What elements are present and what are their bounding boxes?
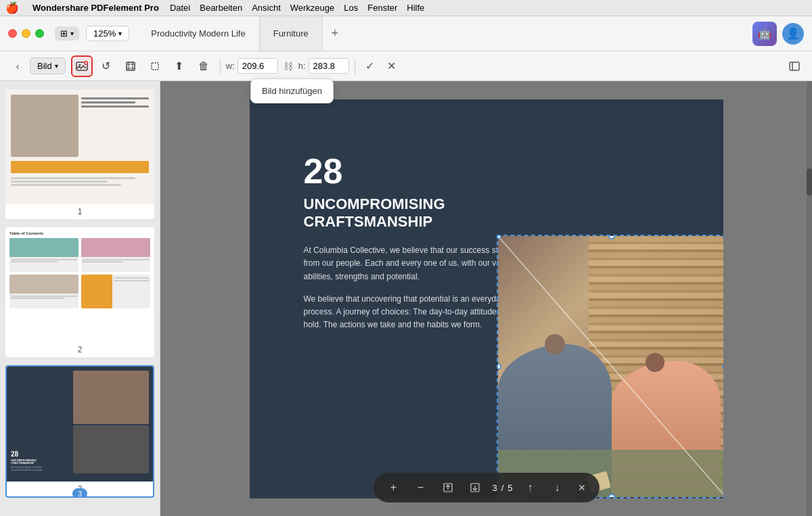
check-icon: ✓: [365, 60, 374, 72]
trash-icon: 🗑: [198, 60, 209, 72]
share-button[interactable]: ⬆: [168, 55, 190, 77]
separator: [220, 58, 221, 74]
page-content: 28 UNCOMPROMISING CRAFTSMANSHIP At Colum…: [304, 154, 520, 444]
tab-productivity[interactable]: Productivity Modern Life: [137, 16, 259, 51]
tabs: Productivity Modern Life Furniture +: [137, 16, 752, 51]
crop-button[interactable]: [144, 55, 166, 77]
scrollbar[interactable]: [807, 81, 812, 516]
page-badge: 3: [72, 488, 87, 498]
zoom-control[interactable]: 125% ▾: [86, 26, 129, 41]
handle-bottom-middle[interactable]: [608, 494, 615, 498]
maximize-button[interactable]: [35, 29, 44, 38]
cancel-button[interactable]: ✕: [382, 57, 401, 76]
page-heading: UNCOMPROMISING CRAFTSMANSHIP: [304, 195, 520, 231]
page-large-number: 28: [304, 154, 520, 189]
ai-button[interactable]: 🤖: [752, 22, 777, 46]
page-thumb-2[interactable]: Table of Contents: [5, 227, 154, 357]
page-number-2: 2: [5, 342, 154, 357]
mode-label: Bild: [37, 61, 52, 71]
menu-fenster[interactable]: Fenster: [367, 3, 397, 13]
confirm-button[interactable]: ✓: [361, 57, 380, 76]
zoom-out-button[interactable]: −: [411, 478, 430, 497]
width-input-group: w:: [226, 58, 278, 74]
handle-top-left[interactable]: [497, 235, 501, 239]
user-avatar[interactable]: 👤: [782, 23, 804, 45]
apple-menu[interactable]: 🍎: [5, 1, 19, 14]
menu-bearbeiten[interactable]: Bearbeiten: [200, 3, 242, 13]
width-input[interactable]: [238, 58, 278, 74]
svg-rect-5: [127, 62, 135, 70]
link-dimensions-icon[interactable]: ⛓: [281, 61, 296, 72]
delete-button[interactable]: 🗑: [193, 55, 215, 77]
fit-down-button[interactable]: [465, 478, 484, 497]
minimize-button[interactable]: [22, 29, 30, 38]
mode-dropdown[interactable]: Bild ▾: [30, 57, 66, 74]
chevron-down-icon: ▾: [70, 30, 74, 37]
sidebar-thumbnails: 1 Table of Contents: [0, 81, 160, 516]
close-icon: ✕: [387, 60, 396, 72]
chevron-down-icon: ▾: [118, 30, 122, 37]
title-bar: ⊞ ▾ 125% ▾ Productivity Modern Life Furn…: [0, 16, 812, 51]
current-page: 3: [492, 483, 497, 493]
menu-los[interactable]: Los: [344, 3, 358, 13]
user-icon: 👤: [786, 27, 800, 40]
title-bar-right: 🤖 👤: [752, 22, 804, 46]
selected-image[interactable]: [497, 235, 723, 498]
crop-grid-button[interactable]: [120, 55, 141, 77]
close-nav-button[interactable]: ✕: [575, 479, 589, 496]
page-indicator: 3 / 5: [492, 483, 512, 493]
next-page-button[interactable]: ↓: [548, 478, 567, 497]
page-thumb-1[interactable]: 1: [5, 89, 154, 219]
zoom-in-button[interactable]: +: [384, 478, 403, 497]
app-window: ⊞ ▾ 125% ▾ Productivity Modern Life Furn…: [0, 16, 812, 516]
zoom-level: 125%: [93, 28, 116, 39]
view-toggle[interactable]: ⊞ ▾: [55, 26, 79, 41]
pdf-page: 28 UNCOMPROMISING CRAFTSMANSHIP At Colum…: [250, 99, 723, 498]
height-input[interactable]: [309, 58, 349, 74]
rotate-icon: ↺: [102, 60, 110, 72]
total-pages: 5: [508, 483, 512, 493]
page-number-3: 3 3: [7, 482, 153, 496]
tab-furniture[interactable]: Furniture: [260, 16, 323, 51]
fit-up-button[interactable]: [438, 478, 457, 497]
tab-add-button[interactable]: +: [323, 16, 347, 51]
menu-hilfe[interactable]: Hilfe: [407, 3, 424, 13]
svg-rect-10: [152, 63, 158, 70]
add-image-button[interactable]: [71, 55, 93, 77]
chevron-down-icon: ▾: [55, 62, 58, 70]
width-label: w:: [226, 61, 235, 71]
close-button[interactable]: [8, 29, 17, 38]
traffic-lights: [8, 29, 44, 38]
svg-rect-11: [790, 62, 799, 70]
main-area: 1 Table of Contents: [0, 81, 812, 516]
rotate-button[interactable]: ↺: [95, 55, 117, 77]
view-toggle-icon: ⊞: [60, 28, 68, 39]
app-name: Wondershare PDFelement Pro: [32, 3, 159, 13]
tooltip-bild-hinzufuegen: Bild hinzufügen: [250, 78, 334, 103]
separator-2: [355, 58, 355, 74]
menu-items: Datei Bearbeiten Ansicht Werkzeuge Los F…: [170, 3, 424, 13]
menu-bar: 🍎 Wondershare PDFelement Pro Datei Bearb…: [0, 0, 812, 16]
page-thumb-3[interactable]: 28 UNCOMPROMISINGCRAFTSMANSHIP At Columb…: [5, 365, 154, 498]
menu-werkzeuge[interactable]: Werkzeuge: [290, 3, 335, 13]
back-icon: ‹: [16, 61, 20, 72]
toolbar: ‹ Bild ▾ Bild hinzufügen ↺: [0, 51, 812, 81]
back-button[interactable]: ‹: [8, 57, 27, 76]
photo-content: [498, 236, 723, 497]
share-icon: ⬆: [175, 60, 183, 72]
page-body-1: At Columbia Collective, we believe that …: [304, 244, 520, 283]
page-number-1: 1: [5, 204, 154, 219]
page-separator: /: [501, 483, 504, 493]
scrollbar-thumb[interactable]: [807, 168, 812, 195]
menu-ansicht[interactable]: Ansicht: [252, 3, 281, 13]
prev-page-button[interactable]: ↑: [521, 478, 540, 497]
height-input-group: h:: [298, 58, 349, 74]
bottom-nav-bar: + −: [373, 473, 599, 502]
page-body-2: We believe that uncovering that potentia…: [304, 293, 520, 332]
menu-datei[interactable]: Datei: [170, 3, 190, 13]
height-label: h:: [298, 61, 306, 71]
sidebar-toggle-button[interactable]: [785, 57, 804, 76]
canvas-area: 28 UNCOMPROMISING CRAFTSMANSHIP At Colum…: [160, 81, 812, 516]
